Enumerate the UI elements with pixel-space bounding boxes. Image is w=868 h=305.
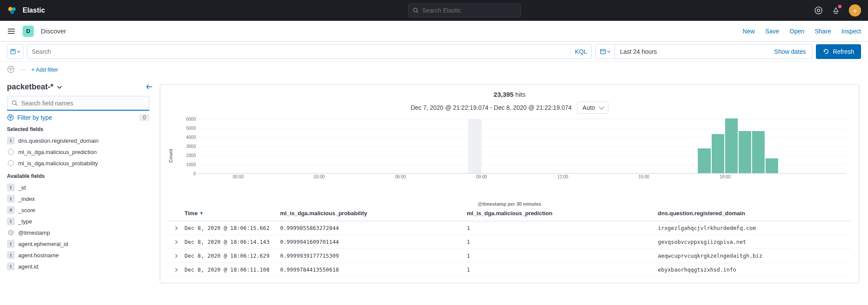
- field-type-date-icon: [7, 229, 15, 236]
- app-bar: D Discover New Save Open Share Inspect: [0, 21, 868, 42]
- expand-row-icon[interactable]: [168, 226, 185, 230]
- field-name: _index: [18, 196, 35, 202]
- field-item[interactable]: t_id: [7, 182, 149, 193]
- chevron-down-icon: [17, 50, 20, 53]
- field-type-unknown-icon: [7, 148, 15, 156]
- table-row[interactable]: Dec 8, 2020 @ 18:06:11.108 0.99997844135…: [168, 263, 851, 277]
- field-search[interactable]: [7, 96, 149, 111]
- field-type-text-icon: t: [7, 137, 15, 144]
- field-name: dns.question.registered_domain: [18, 138, 99, 144]
- field-item[interactable]: #_score: [7, 204, 149, 216]
- field-item[interactable]: ml_is_dga.malicious_probability: [7, 157, 149, 169]
- index-pattern-selector[interactable]: packetbeat-*: [7, 82, 149, 92]
- collapse-sidebar-icon[interactable]: [146, 83, 153, 90]
- time-range-row: Dec 7, 2020 @ 21:22:19.074 - Dec 8, 2020…: [168, 102, 851, 114]
- integrations-icon[interactable]: [832, 6, 840, 15]
- filter-by-type-button[interactable]: Filter by type: [7, 114, 52, 121]
- histogram-bar[interactable]: [725, 118, 738, 173]
- nav-save[interactable]: Save: [765, 28, 779, 35]
- sort-desc-icon: ▼: [199, 211, 204, 216]
- field-type-text-icon: t: [7, 217, 15, 225]
- cell-probability: 0.9999855863272844: [280, 225, 467, 231]
- hits-count: 23,395: [494, 91, 514, 98]
- col-time[interactable]: Time ▼: [185, 210, 280, 216]
- histogram-bar[interactable]: [766, 158, 778, 173]
- field-name: _type: [18, 218, 32, 225]
- menu-icon[interactable]: [7, 27, 16, 36]
- filter-by-type-label: Filter by type: [17, 114, 52, 121]
- field-name: agent.id: [18, 263, 38, 270]
- histogram-chart[interactable]: Count 0100020003000400050006000 00:0003:…: [168, 119, 851, 193]
- newsfeed-icon[interactable]: [814, 6, 823, 15]
- cell-time: Dec 8, 2020 @ 18:06:14.143: [185, 239, 280, 245]
- show-dates-link[interactable]: Show dates: [774, 48, 812, 55]
- interval-select[interactable]: Auto: [577, 102, 609, 114]
- expand-row-icon[interactable]: [168, 254, 185, 258]
- user-avatar[interactable]: e: [849, 4, 861, 16]
- cell-probability: 0.9999939177715309: [280, 253, 467, 259]
- field-name: ml_is_dga.malicious_probability: [18, 160, 98, 167]
- documents-table: Time ▼ ml_is_dga.malicious_probability m…: [168, 207, 851, 277]
- table-row[interactable]: Dec 8, 2020 @ 18:06:12.629 0.99999391777…: [168, 249, 851, 263]
- elastic-logo-icon: [7, 5, 17, 16]
- filter-icon[interactable]: [7, 66, 15, 73]
- query-input-container[interactable]: KQL: [27, 44, 592, 59]
- field-item[interactable]: t_type: [7, 216, 149, 227]
- expand-row-icon[interactable]: [168, 240, 185, 244]
- histogram-bar[interactable]: [752, 131, 765, 173]
- add-filter-button[interactable]: + Add filter: [31, 66, 58, 73]
- svg-line-4: [417, 11, 418, 13]
- top-nav-links: New Save Open Share Inspect: [743, 28, 861, 35]
- col-prediction[interactable]: ml_is_dga.malicious_prediction: [467, 210, 658, 216]
- cell-domain: ebyxbaorhqqgtszxhsd.info: [658, 266, 851, 273]
- expand-row-icon[interactable]: [168, 268, 185, 272]
- field-search-input[interactable]: [21, 100, 145, 107]
- cell-time: Dec 8, 2020 @ 18:06:15.662: [185, 225, 280, 231]
- col-probability[interactable]: ml_is_dga.malicious_probability: [280, 210, 467, 216]
- cell-time: Dec 8, 2020 @ 18:06:11.108: [185, 266, 280, 273]
- date-quick-select[interactable]: [596, 45, 615, 59]
- field-item[interactable]: tagent.hostname: [7, 249, 149, 261]
- cell-prediction: 1: [467, 225, 658, 231]
- query-input[interactable]: [32, 48, 570, 55]
- cell-prediction: 1: [467, 253, 658, 259]
- refresh-button[interactable]: Refresh: [816, 44, 861, 59]
- nav-inspect[interactable]: Inspect: [842, 28, 861, 35]
- field-item[interactable]: ml_is_dga.malicious_prediction: [7, 146, 149, 157]
- field-item[interactable]: tagent.ephemeral_id: [7, 238, 149, 249]
- col-domain[interactable]: dns.question.registered_domain: [658, 210, 851, 216]
- query-bar: KQL Last 24 hours Show dates Refresh: [0, 42, 868, 62]
- nav-share[interactable]: Share: [815, 28, 831, 35]
- y-axis-label: Count: [168, 149, 173, 163]
- nav-open[interactable]: Open: [789, 28, 804, 35]
- svg-rect-13: [601, 49, 605, 54]
- field-name: _id: [18, 184, 26, 191]
- global-search[interactable]: [408, 3, 521, 17]
- brand-label: Elastic: [23, 7, 45, 14]
- query-language-toggle[interactable]: KQL: [570, 48, 587, 55]
- brand-cluster[interactable]: Elastic: [7, 5, 45, 16]
- table-row[interactable]: Dec 8, 2020 @ 18:06:15.662 0.99998558632…: [168, 221, 851, 235]
- date-picker: Last 24 hours Show dates: [595, 44, 812, 59]
- field-type-text-icon: t: [7, 251, 15, 259]
- time-range-text: Dec 7, 2020 @ 21:22:19.074 - Dec 8, 2020…: [411, 104, 572, 111]
- table-row[interactable]: Dec 8, 2020 @ 18:06:14.143 0.99999416097…: [168, 235, 851, 249]
- date-range-text[interactable]: Last 24 hours: [615, 48, 774, 55]
- saved-queries-button[interactable]: [7, 44, 23, 59]
- global-search-input[interactable]: [422, 7, 516, 14]
- disk-icon: [10, 49, 16, 55]
- nav-new[interactable]: New: [743, 28, 755, 35]
- search-icon: [413, 7, 419, 14]
- histogram-bar[interactable]: [712, 134, 724, 173]
- space-selector[interactable]: D: [23, 26, 34, 37]
- results-panel: 23,395 hits Dec 7, 2020 @ 21:22:19.074 -…: [156, 77, 868, 305]
- field-item[interactable]: tagent.id: [7, 261, 149, 272]
- histogram-bar[interactable]: [739, 131, 751, 173]
- field-name: ml_is_dga.malicious_prediction: [18, 149, 97, 155]
- field-item[interactable]: tdns.question.registered_domain: [7, 135, 149, 146]
- histogram-bar[interactable]: [698, 148, 710, 173]
- cell-time: Dec 8, 2020 @ 18:06:12.629: [185, 253, 280, 259]
- refresh-label: Refresh: [833, 48, 854, 55]
- field-item[interactable]: @timestamp: [7, 227, 149, 238]
- field-item[interactable]: t_index: [7, 193, 149, 204]
